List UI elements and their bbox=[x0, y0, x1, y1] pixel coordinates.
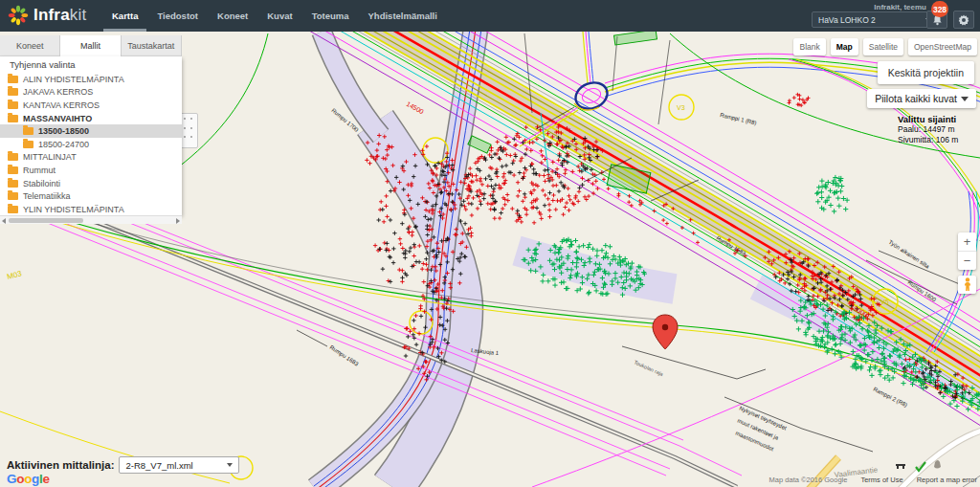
brand-name: Infrakit bbox=[33, 6, 86, 25]
svg-text:V3: V3 bbox=[677, 104, 685, 111]
folder-icon bbox=[8, 192, 18, 200]
zoom-in-button[interactable]: + bbox=[958, 232, 976, 252]
tree-item-18500-24700[interactable]: 18500-24700 bbox=[0, 138, 182, 151]
folder-icon bbox=[8, 101, 18, 109]
tree-item-massanvaihto[interactable]: MASSANVAIHTO bbox=[0, 112, 182, 125]
nav-kuvat[interactable]: Kuvat bbox=[262, 0, 297, 32]
tree-item-stabilointi[interactable]: Stabilointi bbox=[0, 177, 182, 190]
street-view-pegman-button[interactable] bbox=[958, 276, 976, 294]
folder-icon bbox=[8, 180, 18, 188]
scroll-right-icon[interactable] bbox=[176, 218, 180, 224]
gear-icon bbox=[958, 14, 969, 26]
svg-text:Rumpu 1600: Rumpu 1600 bbox=[906, 279, 937, 303]
nav-toteuma[interactable]: Toteuma bbox=[307, 0, 354, 32]
panel-resize-handle[interactable] bbox=[180, 113, 198, 148]
tree-item-jakava-kerros[interactable]: JAKAVA KERROS bbox=[0, 86, 182, 100]
clear-selection-button[interactable]: Tyhjennä valinta bbox=[0, 56, 182, 73]
folder-icon bbox=[23, 127, 33, 135]
svg-text:Toukolan raja: Toukolan raja bbox=[634, 359, 665, 377]
tab-mallit[interactable]: Mallit bbox=[60, 35, 121, 56]
app-window: 14500 15000 Rumpu 1683 Rumpu 1700 Rumpu … bbox=[0, 0, 980, 487]
infrakit-logo: Infrakit bbox=[8, 5, 86, 26]
map-attribution: Map data ©2016 Google Terms of Use Repor… bbox=[769, 476, 977, 484]
pegman-icon bbox=[963, 277, 972, 292]
svg-text:Ramppi 1 (R8): Ramppi 1 (R8) bbox=[720, 112, 757, 126]
active-alignment-select[interactable]: 2-R8_V7_ml.xml bbox=[119, 456, 239, 474]
layer-panel-tabs: Koneet Mallit Taustakartat bbox=[0, 35, 182, 56]
folder-icon bbox=[8, 115, 18, 122]
center-project-button[interactable]: Keskitä projektiin bbox=[878, 61, 974, 84]
folder-icon bbox=[8, 206, 18, 213]
svg-text:Työn aikainen silta: Työn aikainen silta bbox=[887, 239, 930, 270]
tree-item-mittalinjat[interactable]: MITTALINJAT bbox=[0, 151, 182, 165]
hide-images-dropdown[interactable]: Piilota kaikki kuvat bbox=[867, 89, 976, 108]
main-nav: Kartta Tiedostot Koneet Kuvat Toteuma Yh… bbox=[107, 0, 442, 32]
settings-button[interactable] bbox=[953, 11, 974, 29]
selected-location-readout: Valittu sijainti Paalu: 14497 m Sivumitt… bbox=[898, 114, 958, 145]
maptype-satellite[interactable]: Satellite bbox=[863, 38, 903, 55]
svg-text:M03: M03 bbox=[6, 269, 23, 281]
maptype-map[interactable]: Map bbox=[831, 38, 858, 55]
nav-kartta[interactable]: Kartta bbox=[107, 0, 143, 32]
svg-text:V5: V5 bbox=[880, 299, 889, 305]
nav-tiedostot[interactable]: Tiedostot bbox=[152, 0, 203, 32]
folder-icon bbox=[8, 76, 18, 83]
terms-of-use-link[interactable]: Terms of Use bbox=[860, 476, 902, 484]
notification-badge[interactable]: 328 bbox=[931, 1, 948, 17]
user-label: Infrakit, teemu bbox=[874, 3, 926, 11]
selected-location-offset: Sivumitta: 106 m bbox=[898, 135, 958, 145]
selected-location-title: Valittu sijainti bbox=[898, 114, 958, 124]
tree-item-kantava-kerros[interactable]: KANTAVA KERROS bbox=[0, 99, 182, 112]
active-alignment-label: Aktiivinen mittalinja: bbox=[7, 459, 114, 471]
report-map-error-link[interactable]: Report a map error bbox=[917, 476, 977, 484]
tree-item-ylin-yhdistelmapinta[interactable]: YLIN YHDISTELMÄPINTA bbox=[0, 203, 182, 215]
selected-location-station: Paalu: 14497 m bbox=[898, 124, 958, 135]
infrakit-pinwheel-icon bbox=[8, 5, 29, 26]
top-navigation-bar: Infrakit Kartta Tiedostot Koneet Kuvat T… bbox=[0, 0, 980, 32]
folder-icon bbox=[8, 166, 18, 174]
google-logo[interactable]: Google bbox=[7, 472, 50, 486]
map-data-credit: Map data ©2016 Google bbox=[769, 476, 848, 484]
project-select[interactable]: HaVa LOHKO 2 bbox=[812, 11, 938, 28]
chevron-down-icon bbox=[961, 97, 969, 101]
scrollbar-thumb[interactable] bbox=[9, 218, 83, 223]
folder-icon bbox=[8, 88, 18, 96]
model-tree-panel: Tyhjennä valinta ALIN YHDISTELMÄPINTA JA… bbox=[0, 56, 182, 215]
folder-icon bbox=[23, 141, 33, 148]
zoom-out-button[interactable]: − bbox=[958, 252, 976, 270]
svg-text:Ramppi 2 (R8): Ramppi 2 (R8) bbox=[873, 387, 908, 409]
project-select-value: HaVa LOHKO 2 bbox=[818, 15, 876, 25]
map-marker-pin[interactable] bbox=[653, 315, 678, 349]
maptype-blank[interactable]: Blank bbox=[793, 38, 825, 55]
tree-item-13500-18500[interactable]: 13500-18500 bbox=[0, 124, 182, 138]
zoom-controls: + − bbox=[958, 232, 976, 270]
tree-item-rummut[interactable]: Rummut bbox=[0, 164, 182, 177]
tree-item-telematiikka[interactable]: Telematiikka bbox=[0, 189, 182, 203]
scroll-left-icon[interactable] bbox=[2, 218, 6, 224]
tab-taustakartat[interactable]: Taustakartat bbox=[122, 35, 182, 56]
tree-item-alin-yhdistelmapinta[interactable]: ALIN YHDISTELMÄPINTA bbox=[0, 73, 182, 86]
svg-text:14500: 14500 bbox=[406, 100, 426, 116]
chevron-down-icon bbox=[227, 463, 233, 467]
nav-yhdistelmamalli[interactable]: Yhdistelmämalli bbox=[364, 0, 442, 32]
map-type-switcher: Blank Map Satellite OpenStreetMap bbox=[793, 38, 977, 55]
folder-icon bbox=[8, 153, 18, 161]
panel-horizontal-scrollbar[interactable] bbox=[0, 215, 182, 224]
tab-koneet[interactable]: Koneet bbox=[0, 35, 60, 56]
nav-koneet[interactable]: Koneet bbox=[212, 0, 253, 32]
maptype-openstreetmap[interactable]: OpenStreetMap bbox=[908, 38, 977, 55]
